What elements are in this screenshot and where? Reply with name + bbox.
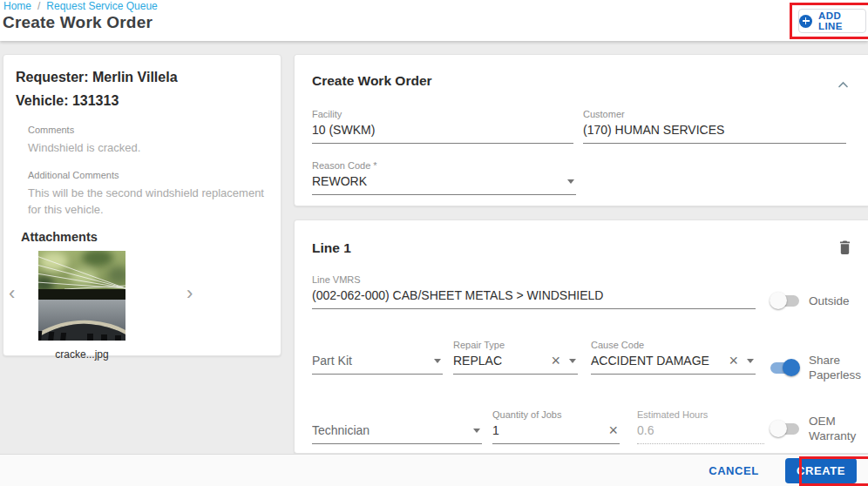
facility-input[interactable]: 10 (SWKM) <box>312 123 573 144</box>
breadcrumb-separator: / <box>37 0 40 13</box>
additional-comments-block: Additional Comments This will be the sec… <box>28 166 272 218</box>
line-vmrs-label: Line VMRS <box>312 274 756 285</box>
part-kit-label <box>312 340 443 350</box>
toggle-knob <box>783 359 800 376</box>
facility-field[interactable]: Facility 10 (SWKM) <box>312 109 573 144</box>
comments-block: Comments Windshield is cracked. <box>28 121 272 156</box>
oem-warranty-toggle[interactable] <box>770 423 799 435</box>
line-1-section: Line 1 Line VMRS (002-062-000) CAB/SHEET… <box>294 219 868 454</box>
share-paperless-toggle-label: Share Paperless <box>809 353 868 382</box>
breadcrumb: Home / Request Service Queue <box>3 0 158 13</box>
part-kit-select[interactable]: Part Kit <box>312 354 443 375</box>
technician-field[interactable]: Technician <box>312 409 482 444</box>
vehicle-number: Vehicle: 131313 <box>16 89 268 112</box>
create-work-order-section-title: Create Work Order <box>312 73 432 89</box>
clear-icon[interactable]: × <box>608 424 618 436</box>
page-title: Create Work Order <box>3 13 153 32</box>
outside-toggle-label: Outside <box>809 294 850 308</box>
repair-type-select[interactable]: REPLAC × <box>453 354 578 375</box>
attachment-thumbnail[interactable]: cracke...jpg <box>38 251 125 361</box>
facility-label: Facility <box>312 109 573 119</box>
customer-label: Customer <box>583 109 846 119</box>
dropdown-arrow-icon[interactable] <box>567 179 574 184</box>
reason-code-label: Reason Code * <box>312 160 576 171</box>
line-vmrs-input[interactable]: (002-062-000) CAB/SHEET METALS > WINDSHI… <box>312 288 756 309</box>
footer-action-bar: CANCEL CREATE <box>0 454 868 486</box>
breadcrumb-home-link[interactable]: Home <box>3 0 31 13</box>
oem-warranty-toggle-label: OEM Warranty <box>809 414 868 443</box>
estimated-hours-label: Estimated Hours <box>637 409 764 420</box>
add-line-button-label: ADD LINE <box>818 10 865 31</box>
attachment-filename: cracke...jpg <box>38 348 125 361</box>
share-paperless-toggle[interactable] <box>770 362 799 374</box>
requester-vehicle-heading: Requester: Merlin Villela Vehicle: 13131… <box>16 65 268 112</box>
cancel-button[interactable]: CANCEL <box>709 464 759 477</box>
quantity-of-jobs-input[interactable]: 1 × <box>492 423 620 444</box>
estimated-hours-value: 0.6 <box>637 423 764 444</box>
carousel-previous-icon[interactable]: ‹ <box>9 284 15 303</box>
customer-input[interactable]: (170) HUMAN SERVICES <box>583 123 846 144</box>
repair-type-label: Repair Type <box>453 340 578 350</box>
toggle-knob <box>770 420 787 437</box>
additional-comments-value: This will be the second windshield repla… <box>28 185 272 218</box>
technician-label <box>312 409 482 420</box>
line-vmrs-field[interactable]: Line VMRS (002-062-000) CAB/SHEET METALS… <box>312 274 756 309</box>
cause-code-label: Cause Code <box>591 340 756 350</box>
outside-toggle[interactable] <box>770 295 799 307</box>
customer-field[interactable]: Customer (170) HUMAN SERVICES <box>583 109 846 144</box>
estimated-hours-field: Estimated Hours 0.6 <box>637 409 764 444</box>
comments-value: Windshield is cracked. <box>28 139 272 156</box>
comments-label: Comments <box>28 125 74 135</box>
cause-code-select[interactable]: ACCIDENT DAMAGE × <box>591 354 756 375</box>
line-1-section-title: Line 1 <box>312 240 351 256</box>
create-work-order-section: Create Work Order Facility 10 (SWKM) Cus… <box>294 54 868 206</box>
quantity-of-jobs-field[interactable]: Quantity of Jobs 1 × <box>492 409 620 444</box>
clear-icon[interactable]: × <box>729 354 738 367</box>
requester-name: Requester: Merlin Villela <box>16 65 268 89</box>
plus-circle-icon <box>799 15 812 28</box>
create-button[interactable]: CREATE <box>785 458 857 483</box>
dropdown-arrow-icon[interactable] <box>473 429 480 433</box>
oem-warranty-toggle-row: OEM Warranty <box>770 414 868 443</box>
top-header: Home / Request Service Queue Create Work… <box>0 0 868 41</box>
carousel-next-icon[interactable]: › <box>186 284 193 303</box>
dropdown-arrow-icon[interactable] <box>569 359 576 363</box>
cracked-windshield-image <box>38 251 125 341</box>
share-paperless-toggle-row: Share Paperless <box>770 353 868 382</box>
cause-code-field[interactable]: Cause Code ACCIDENT DAMAGE × <box>591 340 756 375</box>
breadcrumb-request-service-queue-link[interactable]: Request Service Queue <box>46 0 157 13</box>
dropdown-arrow-icon[interactable] <box>434 359 441 363</box>
quantity-of-jobs-label: Quantity of Jobs <box>492 409 620 420</box>
additional-comments-label: Additional Comments <box>28 170 119 180</box>
part-kit-field[interactable]: Part Kit <box>312 340 443 375</box>
reason-code-select[interactable]: REWORK <box>312 174 576 195</box>
toggle-knob <box>770 292 787 309</box>
delete-line-icon[interactable] <box>839 240 851 258</box>
attachments-carousel: ‹ <box>3 251 281 364</box>
request-summary-panel: Requester: Merlin Villela Vehicle: 13131… <box>3 54 281 356</box>
attachments-title: Attachments <box>21 230 281 244</box>
clear-icon[interactable]: × <box>551 354 560 367</box>
dropdown-arrow-icon[interactable] <box>747 359 754 363</box>
add-line-button[interactable]: ADD LINE <box>798 9 866 33</box>
collapse-section-icon[interactable] <box>837 76 849 91</box>
repair-type-field[interactable]: Repair Type REPLAC × <box>453 340 578 375</box>
reason-code-field[interactable]: Reason Code * REWORK <box>312 160 576 195</box>
technician-select[interactable]: Technician <box>312 423 482 444</box>
outside-toggle-row: Outside <box>770 294 868 308</box>
